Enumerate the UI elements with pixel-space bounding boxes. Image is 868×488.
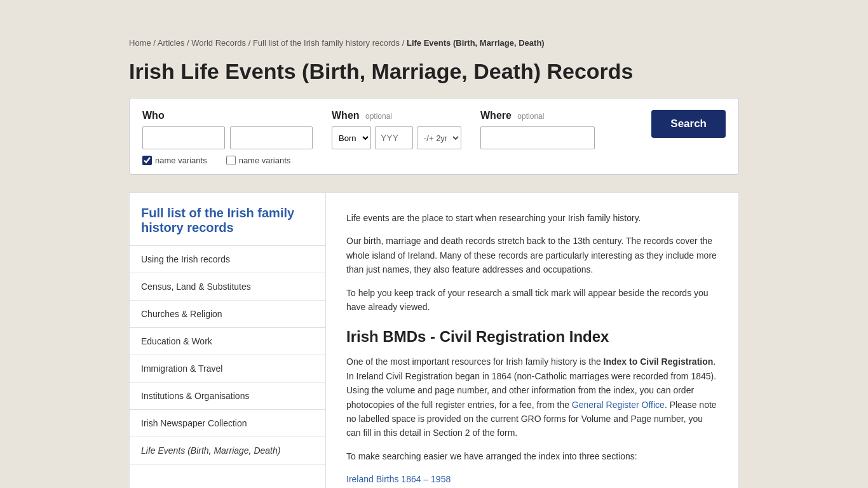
search-box: Who When optional Born bbox=[129, 98, 739, 175]
when-group: When optional Born -/+ 2yrs bbox=[332, 110, 461, 149]
page-title: Irish Life Events (Birth, Marriage, Deat… bbox=[129, 59, 739, 84]
breadcrumb-world-records[interactable]: World Records bbox=[191, 38, 246, 48]
where-label: Where optional bbox=[480, 110, 632, 121]
breadcrumb-home[interactable]: Home bbox=[129, 38, 151, 48]
ireland-births-link[interactable]: Ireland Births 1864 – 1958 bbox=[346, 474, 451, 484]
who-label: Who bbox=[142, 110, 313, 121]
body-paragraph-2: To make searching easier we have arrange… bbox=[346, 449, 718, 463]
sidebar-item-life-events[interactable]: Life Events (Birth, Marriage, Death) bbox=[130, 437, 325, 464]
sidebar-item-churches[interactable]: Churches & Religion bbox=[130, 301, 325, 328]
name-variants-checkbox1[interactable] bbox=[142, 156, 152, 165]
main-content: Life events are the place to start when … bbox=[326, 193, 739, 488]
content-area: Full list of the Irish family history re… bbox=[129, 193, 739, 488]
search-button[interactable]: Search bbox=[651, 110, 726, 138]
name-variants-checkbox1-label[interactable]: name variants bbox=[142, 156, 207, 165]
checkbox-row: name variants name variants bbox=[142, 156, 726, 165]
event-type-select[interactable]: Born bbox=[332, 126, 371, 149]
intro-paragraph-2: Our birth, marriage and death records st… bbox=[346, 234, 718, 276]
births-link-paragraph: Ireland Births 1864 – 1958 bbox=[346, 472, 718, 486]
sidebar-item-using[interactable]: Using the Irish records bbox=[130, 246, 325, 273]
sidebar-item-institutions[interactable]: Institutions & Organisations bbox=[130, 383, 325, 410]
body-paragraph-1: One of the most important resources for … bbox=[346, 355, 718, 440]
intro-paragraph-1: Life events are the place to start when … bbox=[346, 211, 718, 225]
name-variants-checkbox2[interactable] bbox=[226, 156, 236, 165]
who-group: Who bbox=[142, 110, 313, 149]
sidebar-item-education[interactable]: Education & Work bbox=[130, 328, 325, 355]
intro-paragraph-3: To help you keep track of your research … bbox=[346, 286, 718, 315]
sidebar-title: Full list of the Irish family history re… bbox=[130, 193, 325, 246]
where-group: Where optional bbox=[480, 110, 632, 149]
last-name-input[interactable] bbox=[230, 126, 313, 149]
first-name-input[interactable] bbox=[142, 126, 225, 149]
sidebar: Full list of the Irish family history re… bbox=[129, 193, 326, 488]
sidebar-item-immigration[interactable]: Immigration & Travel bbox=[130, 355, 325, 383]
year-range-select[interactable]: -/+ 2yrs bbox=[417, 126, 461, 149]
when-label: When optional bbox=[332, 110, 461, 121]
where-input[interactable] bbox=[480, 126, 595, 149]
name-variants-checkbox2-label[interactable]: name variants bbox=[226, 156, 291, 165]
search-button-group: Search bbox=[651, 110, 726, 138]
breadcrumb-full-list[interactable]: Full list of the Irish family history re… bbox=[253, 38, 400, 48]
section-heading: Irish BMDs - Civil Registration Index bbox=[346, 328, 718, 346]
breadcrumb-current: Life Events (Birth, Marriage, Death) bbox=[407, 38, 545, 48]
year-input[interactable] bbox=[375, 126, 413, 149]
sidebar-item-census[interactable]: Census, Land & Substitutes bbox=[130, 273, 325, 301]
breadcrumb-articles[interactable]: Articles bbox=[158, 38, 185, 48]
sidebar-item-newspaper[interactable]: Irish Newspaper Collection bbox=[130, 410, 325, 437]
breadcrumb: Home / Articles / World Records / Full l… bbox=[129, 38, 739, 48]
general-register-office-link[interactable]: General Register Office bbox=[572, 400, 665, 410]
